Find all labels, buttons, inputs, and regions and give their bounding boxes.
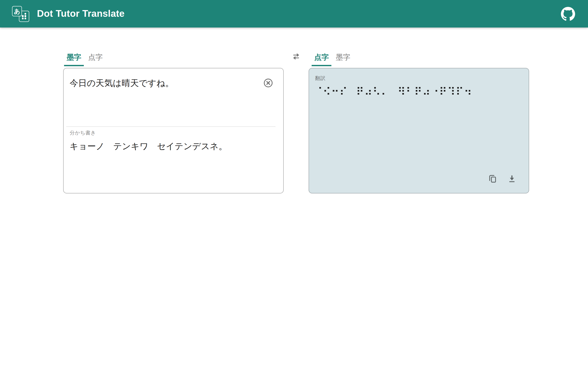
wakachigaki-label: 分かち書き xyxy=(64,127,283,137)
download-icon xyxy=(507,174,517,184)
copy-button[interactable] xyxy=(488,174,497,184)
kana-card-icon: あ xyxy=(12,6,22,16)
logo-kana: あ xyxy=(14,8,20,14)
source-card: 今日の天気は晴天ですね。 分かち書き キョーノ テンキワ セイテンデスネ。 xyxy=(63,68,284,194)
braille-output: ⠈⠪⠒⠎⠀⠟⠴⠣⠄⠀⠻⠃⠟⠴⠐⠟⠹⠏⠲ xyxy=(309,82,529,99)
wakachigaki-text: キョーノ テンキワ セイテンデスネ。 xyxy=(64,137,283,152)
source-input-area: 今日の天気は晴天ですね。 xyxy=(64,68,283,126)
app-header: あ Dot Tutor Translate xyxy=(0,0,588,28)
app-logo: あ xyxy=(12,6,29,22)
logo-dot xyxy=(22,15,24,17)
target-card: 翻訳 ⠈⠪⠒⠎⠀⠟⠴⠣⠄⠀⠻⠃⠟⠴⠐⠟⠹⠏⠲ xyxy=(308,68,529,194)
swap-direction-button[interactable] xyxy=(291,52,301,62)
swap-horizontal-icon xyxy=(291,52,301,62)
logo-dot xyxy=(24,18,26,19)
copy-icon xyxy=(488,174,497,184)
tab-target-sumiji[interactable]: 墨字 xyxy=(333,52,353,66)
translation-label: 翻訳 xyxy=(309,68,529,82)
tab-target-tenji[interactable]: 点字 xyxy=(312,52,332,66)
github-icon[interactable] xyxy=(561,7,575,21)
logo-dot xyxy=(22,18,24,19)
app-title: Dot Tutor Translate xyxy=(37,8,125,19)
logo-dot xyxy=(24,13,26,15)
source-text-input[interactable]: 今日の天気は晴天ですね。 xyxy=(64,68,283,89)
logo-dot xyxy=(24,15,26,17)
output-actions xyxy=(488,174,517,184)
clear-icon xyxy=(264,78,273,88)
download-button[interactable] xyxy=(507,174,517,184)
source-tabs: 墨字 点字 xyxy=(64,52,105,66)
tab-source-sumiji[interactable]: 墨字 xyxy=(64,52,84,66)
app: あ Dot Tutor Translate 墨字 点字 今日の天気は晴天ですね。… xyxy=(0,0,588,196)
clear-input-button[interactable] xyxy=(264,78,273,88)
tab-source-tenji[interactable]: 点字 xyxy=(86,52,105,66)
target-tabs: 点字 墨字 xyxy=(312,52,353,66)
